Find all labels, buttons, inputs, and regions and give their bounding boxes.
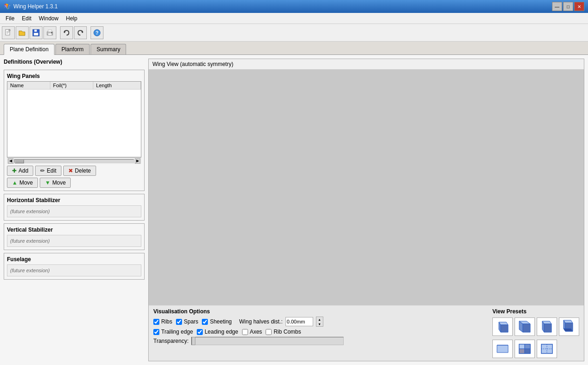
rib-combs-label: Rib Combs <box>273 329 301 335</box>
titlebar: 🪁 Wing Helper 1.3.1 — □ ✕ <box>0 0 588 13</box>
tabs: Plane Definition Planform Summary <box>0 42 588 55</box>
menu-edit[interactable]: Edit <box>18 14 35 23</box>
checkbox-spars: Spars <box>176 318 198 325</box>
wing-view-canvas[interactable] <box>149 70 584 305</box>
definitions-label: Definitions (Overview) <box>4 59 145 65</box>
tab-summary[interactable]: Summary <box>91 44 126 54</box>
help-button[interactable]: ? <box>91 26 103 39</box>
move-down-label: Move <box>52 180 66 186</box>
edit-icon: ✏ <box>40 168 45 174</box>
add-label: Add <box>18 168 28 174</box>
preset-icon-7 <box>540 341 554 356</box>
open-button[interactable] <box>16 26 29 39</box>
minimize-button[interactable]: — <box>552 2 562 11</box>
undo-button[interactable] <box>60 26 73 39</box>
scroll-right[interactable]: ▶ <box>135 158 140 164</box>
transparency-slider[interactable] <box>191 337 344 345</box>
svg-marker-25 <box>544 324 552 332</box>
vertical-stabilizer-section: Vertical Stabilizer (future extension) <box>4 223 145 250</box>
tab-plane-definition[interactable]: Plane Definition <box>4 44 55 55</box>
delete-button[interactable]: ✖ Delete <box>63 166 96 176</box>
fuselage-content: (future extension) <box>7 264 141 276</box>
move-up-button[interactable]: ▲ Move <box>7 178 38 188</box>
checkbox-trailing-edge: Trailing edge <box>153 329 193 335</box>
panels-table: Name Foil(*) Length <box>7 82 141 90</box>
delete-icon: ✖ <box>68 168 73 174</box>
preset-row-1 <box>492 317 579 336</box>
col-foil: Foil(*) <box>50 82 93 90</box>
wing-view-label: Wing View (automatic symmetry) <box>149 59 584 70</box>
menu-help[interactable]: Help <box>62 14 81 23</box>
spars-checkbox[interactable] <box>176 319 182 325</box>
vertical-stabilizer-label: Vertical Stabilizer <box>7 227 141 233</box>
wing-halves-label: Wing halves dist.: <box>239 318 283 325</box>
table-scrollbar: ◀ ▶ <box>7 157 141 164</box>
preset-btn-5[interactable] <box>492 340 513 358</box>
scroll-track[interactable] <box>14 159 134 163</box>
main-content: Plane Definition Planform Summary Defini… <box>0 42 588 365</box>
maximize-button[interactable]: □ <box>563 2 573 11</box>
spin-up[interactable]: ▲ <box>316 317 323 322</box>
vis-options-label: Visualisation Options <box>153 308 483 315</box>
svg-rect-12 <box>51 32 52 33</box>
scroll-left[interactable]: ◀ <box>8 158 13 164</box>
add-button[interactable]: ✚ Add <box>7 166 33 176</box>
axes-label: Axes <box>250 329 262 335</box>
print-button[interactable] <box>43 26 56 39</box>
svg-rect-7 <box>34 30 37 32</box>
menu-window[interactable]: Window <box>35 14 62 23</box>
svg-marker-30 <box>497 345 508 353</box>
titlebar-left: 🪁 Wing Helper 1.3.1 <box>4 3 58 10</box>
trailing-edge-checkbox[interactable] <box>153 329 159 335</box>
ribs-checkbox[interactable] <box>153 319 159 325</box>
add-icon: ✚ <box>12 168 17 174</box>
tab-planform[interactable]: Planform <box>55 44 90 54</box>
delete-label: Delete <box>75 168 91 174</box>
content-area: Definitions (Overview) Wing Panels Name … <box>0 55 588 365</box>
spars-label: Spars <box>184 318 198 325</box>
left-panel: Definitions (Overview) Wing Panels Name … <box>4 59 145 361</box>
ribs-label: Ribs <box>161 318 172 325</box>
preset-btn-1[interactable] <box>492 317 513 336</box>
action-row-2: ▲ Move ▼ Move <box>7 178 141 188</box>
menu-file[interactable]: File <box>2 14 18 23</box>
leading-edge-checkbox[interactable] <box>197 329 203 335</box>
rib-combs-checkbox[interactable] <box>266 329 272 335</box>
preset-icon-6 <box>517 341 532 356</box>
sheeting-checkbox[interactable] <box>202 319 208 325</box>
preset-btn-6[interactable] <box>515 340 535 358</box>
move-down-button[interactable]: ▼ Move <box>40 178 71 188</box>
preset-btn-7[interactable] <box>537 340 557 358</box>
preset-btn-4[interactable] <box>559 317 579 336</box>
svg-marker-19 <box>501 325 508 332</box>
edit-button[interactable]: ✏ Edit <box>35 166 61 176</box>
transparency-row: Transparency: <box>153 337 483 345</box>
save-button[interactable] <box>30 26 42 39</box>
trailing-edge-label: Trailing edge <box>161 329 193 335</box>
svg-text:?: ? <box>96 30 98 36</box>
bottom-options: Visualisation Options Ribs Spars Shee <box>149 305 584 361</box>
wing-halves-input[interactable] <box>285 317 313 326</box>
new-button[interactable] <box>2 26 15 39</box>
redo-button[interactable] <box>74 26 87 39</box>
transparency-label: Transparency: <box>153 338 188 344</box>
svg-marker-35 <box>519 349 525 353</box>
preset-icon-4 <box>562 319 576 334</box>
spin-down[interactable]: ▼ <box>316 322 323 326</box>
svg-rect-8 <box>34 33 38 36</box>
svg-marker-33 <box>519 344 525 349</box>
preset-btn-2[interactable] <box>515 317 535 336</box>
panels-table-container: Name Foil(*) Length <box>7 81 141 157</box>
preset-icon-3 <box>540 319 554 334</box>
preset-btn-3[interactable] <box>537 317 557 336</box>
svg-rect-11 <box>48 30 52 32</box>
svg-marker-29 <box>564 329 573 331</box>
horizontal-stabilizer-label: Horizontal Stabilizer <box>7 197 141 203</box>
axes-checkbox[interactable] <box>242 329 248 335</box>
checkbox-leading-edge: Leading edge <box>197 329 238 335</box>
move-down-icon: ▼ <box>45 180 50 186</box>
toolbar: ? <box>0 24 588 42</box>
preset-icon-2 <box>517 319 532 334</box>
close-button[interactable]: ✕ <box>574 2 584 11</box>
action-row-1: ✚ Add ✏ Edit ✖ Delete <box>7 166 141 176</box>
